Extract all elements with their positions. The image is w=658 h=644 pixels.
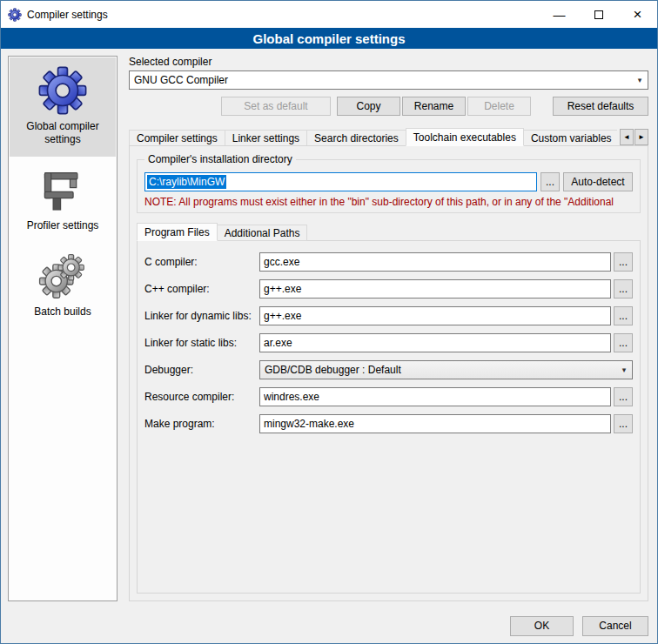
installation-directory-group: Compiler's installation directory C:\ray… [137, 159, 641, 213]
delete-button[interactable]: Delete [467, 97, 531, 116]
sidebar-item-global-compiler-settings[interactable]: Global compiler settings [10, 57, 116, 157]
browse-c-compiler-button[interactable]: ... [614, 252, 633, 272]
rename-button[interactable]: Rename [402, 97, 466, 116]
bin-subdirectory-note: NOTE: All programs must exist either in … [144, 196, 633, 208]
form-row-make-program: Make program: ... [144, 414, 633, 433]
chevron-down-icon: ▾ [616, 366, 632, 374]
tab-linker-settings[interactable]: Linker settings [225, 130, 307, 146]
tab-scroll-left-button[interactable]: ◄ [620, 129, 634, 145]
static-linker-input[interactable] [259, 333, 611, 352]
sidebar-item-batch-builds[interactable]: Batch builds [10, 243, 116, 329]
sidebar-item-label: Batch builds [34, 305, 91, 319]
browse-directory-button[interactable]: ... [540, 172, 560, 191]
chevron-down-icon: ▾ [632, 76, 648, 84]
dynamic-linker-input[interactable] [259, 306, 611, 325]
profiler-clamp-icon [37, 164, 88, 215]
make-program-label: Make program: [144, 418, 259, 430]
installation-directory-input[interactable]: C:\raylib\MinGW [144, 172, 537, 191]
resource-compiler-input[interactable] [259, 387, 611, 406]
selected-compiler-value: GNU GCC Compiler [134, 74, 632, 86]
installation-directory-row: C:\raylib\MinGW ... Auto-detect [144, 172, 633, 191]
reset-defaults-button[interactable]: Reset defaults [553, 97, 648, 116]
set-as-default-button[interactable]: Set as default [221, 97, 331, 116]
blue-gear-icon [37, 65, 88, 116]
subtab-additional-paths[interactable]: Additional Paths [217, 225, 308, 241]
compiler-actions: Set as default Copy Rename Delete Reset … [129, 97, 648, 116]
title-bar: Compiler settings — × [1, 1, 657, 28]
subtab-program-files[interactable]: Program Files [137, 223, 218, 241]
minimize-icon: — [554, 8, 566, 22]
sidebar-item-profiler-settings[interactable]: Profiler settings [10, 157, 116, 243]
c-compiler-label: C compiler: [144, 256, 259, 268]
browse-make-program-button[interactable]: ... [614, 414, 633, 433]
settings-category-list: Global compiler settings Profiler settin… [8, 56, 118, 601]
installation-directory-value: C:\raylib\MinGW [147, 175, 226, 189]
sidebar-item-label: Global compiler settings [13, 120, 112, 146]
dialog-footer: OK Cancel [1, 608, 657, 643]
tab-compiler-settings[interactable]: Compiler settings [129, 130, 225, 146]
tab-custom-variables[interactable]: Custom variables [523, 130, 620, 146]
tab-scroll-controls: ◄ ► [617, 129, 648, 145]
app-icon [8, 8, 22, 22]
main-panel: Selected compiler GNU GCC Compiler ▾ Set… [129, 56, 648, 601]
maximize-icon [594, 10, 603, 19]
selected-compiler-label: Selected compiler [129, 56, 648, 68]
browse-cpp-compiler-button[interactable]: ... [614, 279, 633, 299]
toolchain-executables-page: Compiler's installation directory C:\ray… [129, 145, 648, 601]
ok-button[interactable]: OK [510, 616, 574, 636]
form-row-c-compiler: C compiler: ... [144, 252, 633, 272]
debugger-dropdown[interactable]: GDB/CDB debugger : Default ▾ [259, 360, 633, 379]
browse-resource-compiler-button[interactable]: ... [614, 387, 633, 406]
close-icon: × [634, 6, 642, 23]
window-title: Compiler settings [27, 9, 108, 21]
right-arrow-icon: ► [638, 133, 645, 141]
settings-tab-strip: Compiler settings Linker settings Search… [129, 128, 648, 146]
close-button[interactable]: × [618, 1, 657, 28]
form-row-dynamic-linker: Linker for dynamic libs: ... [144, 306, 633, 325]
form-row-resource-compiler: Resource compiler: ... [144, 387, 633, 406]
selected-compiler-dropdown[interactable]: GNU GCC Compiler ▾ [129, 70, 648, 90]
cpp-compiler-label: C++ compiler: [144, 283, 259, 295]
cancel-button[interactable]: Cancel [582, 616, 648, 636]
browse-dynamic-linker-button[interactable]: ... [614, 306, 633, 325]
resource-compiler-label: Resource compiler: [144, 391, 259, 403]
auto-detect-button[interactable]: Auto-detect [563, 172, 633, 191]
cpp-compiler-input[interactable] [259, 279, 611, 299]
program-files-page: C compiler: ... C++ compiler: ... [137, 240, 641, 594]
form-row-debugger: Debugger: GDB/CDB debugger : Default ▾ [144, 360, 633, 379]
debugger-value: GDB/CDB debugger : Default [265, 364, 616, 376]
make-program-input[interactable] [259, 414, 611, 433]
compiler-settings-dialog: Compiler settings — × Global compiler se… [0, 0, 658, 644]
tab-scroll-right-button[interactable]: ► [634, 129, 648, 145]
debugger-label: Debugger: [144, 364, 259, 376]
dialog-content: Global compiler settings Profiler settin… [1, 49, 657, 608]
installation-directory-group-title: Compiler's installation directory [144, 153, 296, 165]
tab-toolchain-executables[interactable]: Toolchain executables [406, 128, 524, 146]
sidebar-item-label: Profiler settings [27, 219, 99, 232]
dialog-header: Global compiler settings [1, 28, 657, 49]
form-row-cpp-compiler: C++ compiler: ... [144, 279, 633, 299]
programs-tab-strip: Program Files Additional Paths [137, 223, 641, 241]
c-compiler-input[interactable] [259, 252, 611, 272]
maximize-button[interactable] [579, 1, 618, 28]
browse-static-linker-button[interactable]: ... [614, 333, 633, 352]
copy-button[interactable]: Copy [337, 97, 400, 116]
tab-search-directories[interactable]: Search directories [306, 130, 406, 146]
minimize-button[interactable]: — [540, 1, 579, 28]
static-linker-label: Linker for static libs: [144, 337, 259, 349]
dynamic-linker-label: Linker for dynamic libs: [144, 310, 259, 322]
form-row-static-linker: Linker for static libs: ... [144, 333, 633, 352]
left-arrow-icon: ◄ [623, 133, 630, 141]
window-controls: — × [540, 1, 657, 28]
gray-gears-icon [37, 251, 88, 301]
